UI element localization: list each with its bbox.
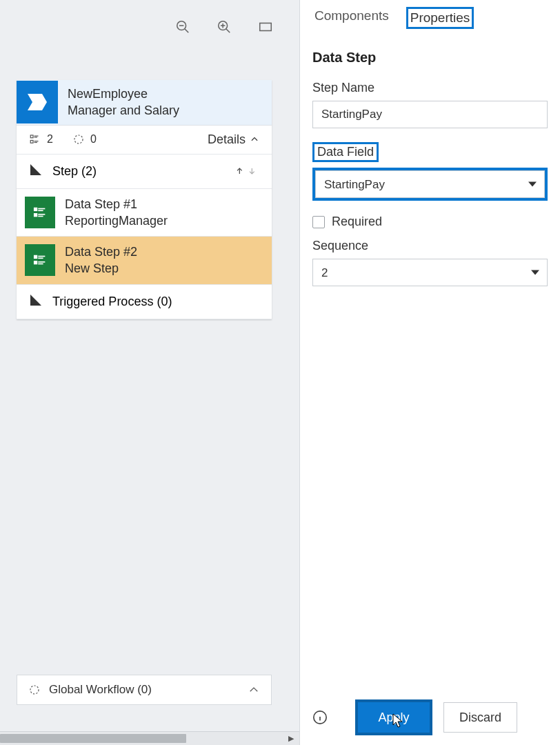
collapse-triangle-icon (29, 163, 43, 180)
stage-card: NewEmployee Manager and Salary 2 0 (17, 80, 272, 319)
apply-button[interactable]: Apply (358, 702, 430, 733)
required-checkbox-row[interactable]: Required (312, 215, 548, 229)
stage-header[interactable]: NewEmployee Manager and Salary (17, 80, 272, 126)
svg-rect-26 (34, 261, 37, 264)
svg-line-4 (226, 29, 230, 33)
global-workflow-label: Global Workflow (0) (49, 683, 152, 697)
svg-rect-20 (34, 214, 37, 217)
required-checkbox[interactable] (312, 216, 325, 228)
cursor-icon (392, 713, 403, 728)
stage-title-line1: NewEmployee (68, 86, 179, 102)
step-item-2[interactable]: Data Step #2 New Step (17, 237, 272, 285)
chevron-up-icon (248, 684, 260, 696)
step-item-title: Data Step #2 (65, 244, 137, 260)
stage-title-line2: Manager and Salary (68, 102, 179, 119)
stage-trigger-count: 0 (72, 133, 97, 146)
collapse-triangle-icon (29, 293, 43, 310)
tab-properties[interactable]: Properties (406, 7, 474, 29)
fit-screen-icon[interactable] (255, 17, 276, 37)
svg-rect-8 (30, 135, 33, 138)
right-pane: Components Properties Data Step Step Nam… (299, 0, 560, 745)
step-item-subtitle: New Step (65, 260, 137, 277)
zoom-in-icon[interactable] (214, 17, 234, 37)
svg-rect-23 (34, 256, 37, 259)
data-field-select[interactable]: StartingPay (315, 170, 545, 198)
info-icon[interactable] (312, 710, 328, 725)
reorder-arrows[interactable] (236, 166, 259, 177)
svg-rect-7 (260, 23, 272, 31)
svg-line-1 (185, 29, 189, 33)
step-section-header[interactable]: Step (2) (17, 155, 272, 189)
svg-rect-17 (34, 208, 37, 210)
sequence-label: Sequence (312, 239, 368, 253)
properties-footer: Apply Discard (312, 702, 548, 733)
svg-point-14 (74, 135, 83, 143)
scroll-right-chevron-icon[interactable]: ▶ (288, 734, 294, 743)
data-step-icon (25, 244, 55, 276)
tab-components[interactable]: Components (312, 7, 391, 25)
arrow-down-icon (248, 166, 259, 177)
refresh-dashed-icon (28, 684, 41, 696)
stage-chevron-icon (17, 81, 58, 123)
triggered-process-header[interactable]: Triggered Process (0) (17, 285, 272, 319)
scrollbar-thumb[interactable] (0, 734, 186, 743)
step-name-label: Step Name (312, 81, 374, 95)
step-item-1[interactable]: Data Step #1 ReportingManager (17, 189, 272, 237)
step-item-subtitle: ReportingManager (65, 212, 168, 229)
step-name-input[interactable] (312, 101, 548, 128)
discard-button[interactable]: Discard (443, 702, 517, 733)
required-label: Required (332, 215, 382, 229)
sequence-select[interactable]: 2 (312, 259, 548, 286)
stage-title: NewEmployee Manager and Salary (58, 80, 189, 125)
step-item-title: Data Step #1 (65, 196, 168, 212)
panel-heading: Data Step (312, 50, 548, 66)
arrow-up-icon (236, 166, 247, 177)
global-workflow-bar[interactable]: Global Workflow (0) (17, 675, 272, 705)
stage-meta-row: 2 0 Details (17, 126, 272, 155)
details-toggle[interactable]: Details (208, 132, 259, 147)
data-field-label: Data Field (312, 142, 379, 162)
svg-point-29 (30, 686, 39, 694)
zoom-out-icon[interactable] (172, 17, 193, 37)
stage-step-count: 2 (29, 133, 53, 146)
chevron-up-icon (250, 135, 259, 144)
tabs: Components Properties (312, 7, 548, 29)
horizontal-scrollbar[interactable]: ▶ (0, 731, 299, 745)
data-step-icon (25, 197, 55, 228)
svg-rect-11 (30, 141, 33, 143)
left-pane: NewEmployee Manager and Salary 2 0 (0, 0, 299, 745)
